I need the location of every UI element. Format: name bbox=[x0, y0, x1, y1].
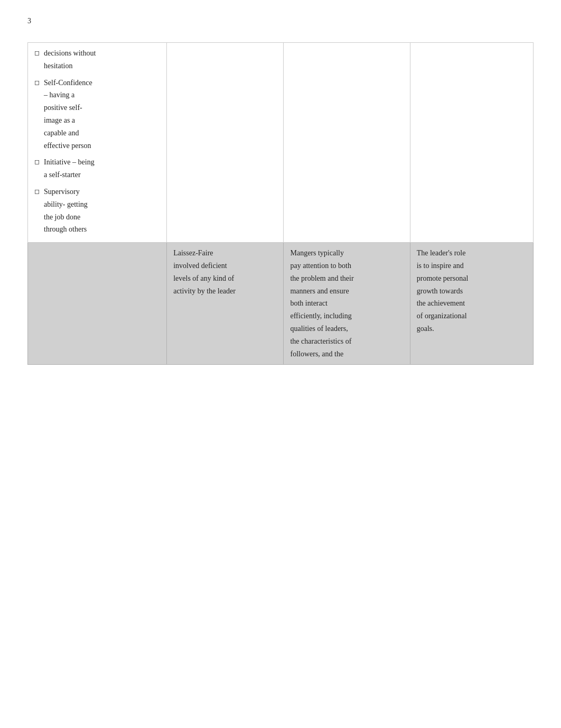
lower-col2-text: Laissez-Faireinvolved deficientlevels of… bbox=[173, 247, 277, 297]
bullet-list: ◻ decisions withouthesitation ◻ Self-Con… bbox=[34, 47, 160, 236]
lower-col2: Laissez-Faireinvolved deficientlevels of… bbox=[167, 243, 284, 365]
bullet-item-3: ◻ Initiative – beinga self-starter bbox=[34, 156, 160, 181]
bullet-symbol-3: ◻ bbox=[34, 157, 40, 167]
lower-col3-text: Mangers typicallypay attention to bothth… bbox=[290, 247, 403, 360]
bullet-item-2: ◻ Self-Confidence– having apositive self… bbox=[34, 77, 160, 152]
bullet-text-2: Self-Confidence– having apositive self-i… bbox=[44, 77, 92, 152]
bullet-text-1: decisions withouthesitation bbox=[44, 47, 96, 72]
lower-row: Laissez-Faireinvolved deficientlevels of… bbox=[28, 243, 534, 365]
lower-col4: The leader's roleis to inspire andpromot… bbox=[410, 243, 533, 365]
main-table: ◻ decisions withouthesitation ◻ Self-Con… bbox=[27, 42, 534, 365]
upper-col4 bbox=[410, 43, 533, 243]
page-content: ◻ decisions withouthesitation ◻ Self-Con… bbox=[0, 0, 561, 365]
upper-row: ◻ decisions withouthesitation ◻ Self-Con… bbox=[28, 43, 534, 243]
bullet-text-3: Initiative – beinga self-starter bbox=[44, 156, 95, 181]
bullet-symbol-1: ◻ bbox=[34, 48, 40, 58]
bullet-symbol-4: ◻ bbox=[34, 187, 40, 197]
bullet-symbol-2: ◻ bbox=[34, 78, 40, 88]
upper-col3 bbox=[284, 43, 410, 243]
upper-col1: ◻ decisions withouthesitation ◻ Self-Con… bbox=[28, 43, 167, 243]
lower-col3: Mangers typicallypay attention to bothth… bbox=[284, 243, 410, 365]
bullet-text-4: Supervisoryability- gettingthe job donet… bbox=[44, 186, 88, 236]
lower-col1 bbox=[28, 243, 167, 365]
upper-col2 bbox=[167, 43, 284, 243]
page-number: 3 bbox=[27, 17, 31, 25]
bullet-item-1: ◻ decisions withouthesitation bbox=[34, 47, 160, 72]
bullet-item-4: ◻ Supervisoryability- gettingthe job don… bbox=[34, 186, 160, 236]
lower-col4-text: The leader's roleis to inspire andpromot… bbox=[417, 247, 527, 335]
